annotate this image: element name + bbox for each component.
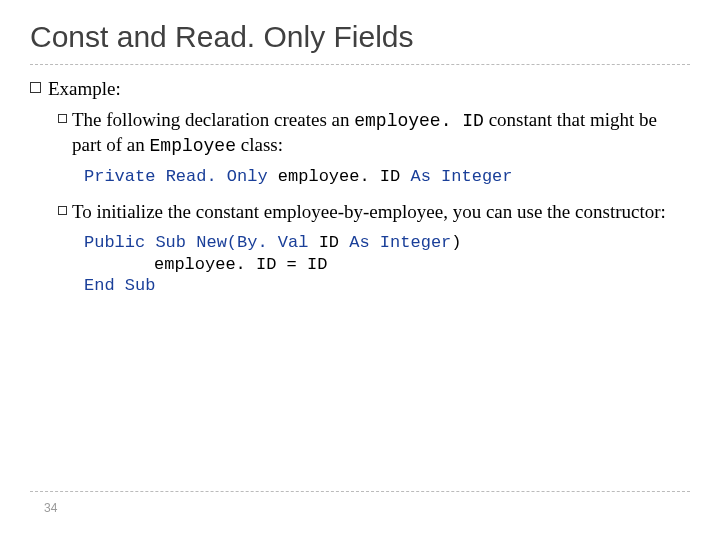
- text-fragment: class:: [236, 134, 283, 155]
- code-text: ): [451, 233, 461, 252]
- code-text: employee. ID: [268, 167, 411, 186]
- bullet-text: The following declaration creates an emp…: [72, 108, 690, 159]
- bullet-level-1: Example:: [30, 77, 690, 102]
- code-block-2: Public Sub New(By. Val ID As Integer) em…: [30, 232, 690, 296]
- code-block-1: Private Read. Only employee. ID As Integ…: [30, 166, 690, 187]
- slide-content: Example: The following declaration creat…: [30, 65, 690, 296]
- code-line: End Sub: [84, 275, 690, 296]
- code-keyword: Sub: [155, 233, 186, 252]
- code-inline: employee. ID: [354, 111, 484, 131]
- code-line: employee. ID = ID: [84, 254, 690, 275]
- square-bullet-icon: [58, 114, 67, 123]
- code-keyword: As Integer: [349, 233, 451, 252]
- text-fragment: The following declaration creates an: [72, 109, 354, 130]
- bullet-text: To initialize the constant employee-by-e…: [72, 200, 666, 225]
- code-keyword: End: [84, 276, 115, 295]
- code-inline: Employee: [150, 136, 236, 156]
- square-bullet-icon: [30, 82, 41, 93]
- square-bullet-icon: [58, 206, 67, 215]
- slide-title: Const and Read. Only Fields: [30, 20, 690, 65]
- code-keyword: Public: [84, 233, 145, 252]
- code-line: Public Sub New(By. Val ID As Integer): [84, 232, 690, 253]
- bullet-level-2: The following declaration creates an emp…: [30, 108, 690, 159]
- code-keyword: New(By. Val: [196, 233, 308, 252]
- bullet-level-2: To initialize the constant employee-by-e…: [30, 200, 690, 225]
- page-number: 34: [30, 501, 57, 515]
- code-keyword: As Integer: [410, 167, 512, 186]
- footer-divider: 34: [30, 491, 690, 516]
- code-text: ID: [308, 233, 349, 252]
- code-keyword: Private: [84, 167, 155, 186]
- bullet-text: Example:: [48, 77, 121, 102]
- code-keyword: Read. Only: [166, 167, 268, 186]
- code-keyword: Sub: [125, 276, 156, 295]
